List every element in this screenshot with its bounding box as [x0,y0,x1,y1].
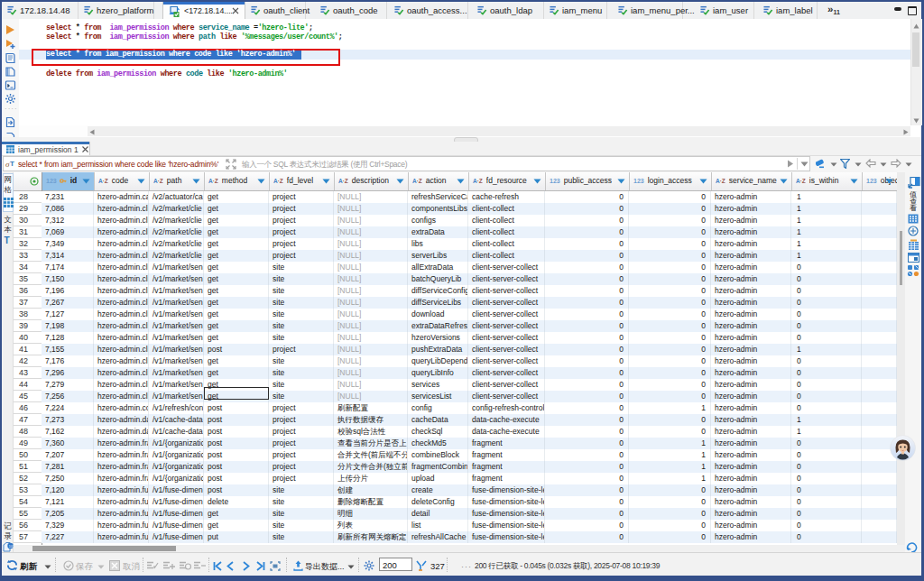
svg-text:T: T [10,160,14,168]
